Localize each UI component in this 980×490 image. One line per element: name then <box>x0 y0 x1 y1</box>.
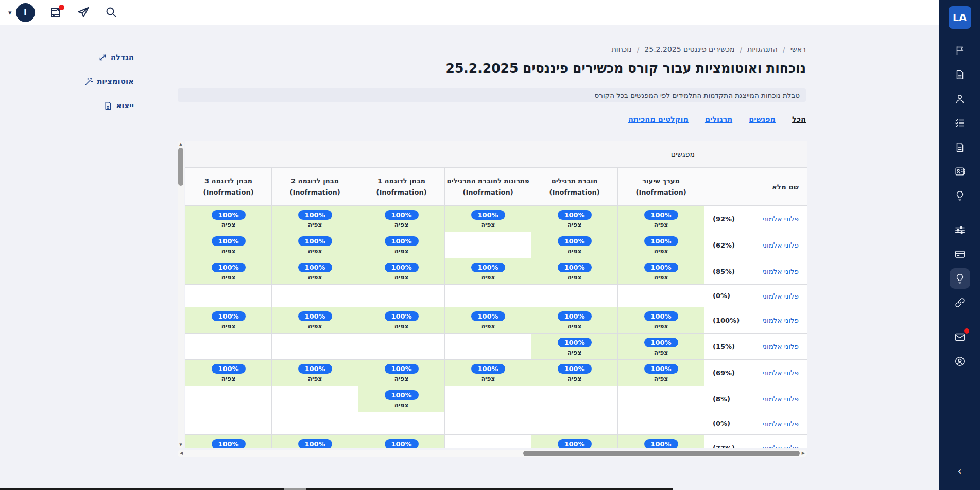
progress-pill-button[interactable]: 100% <box>298 364 332 374</box>
progress-pill-button[interactable]: 100% <box>212 364 246 374</box>
id-card-icon[interactable] <box>950 161 970 182</box>
progress-pill-button[interactable]: 100% <box>298 262 332 272</box>
view-link[interactable]: צפיה <box>618 375 704 382</box>
progress-pill-button[interactable]: 100% <box>471 311 505 321</box>
automations-button[interactable]: אוטומציות <box>84 77 134 86</box>
progress-pill-button[interactable]: 100% <box>644 236 678 246</box>
student-link[interactable]: פלוני אלמוני <box>763 292 799 300</box>
view-link[interactable]: צפיה <box>531 349 617 356</box>
progress-pill-button[interactable]: 100% <box>471 262 505 272</box>
student-link[interactable]: פלוני אלמוני <box>763 316 799 324</box>
scroll-down-arrow[interactable]: ▼ <box>178 443 184 447</box>
view-link[interactable]: צפיה <box>531 248 617 255</box>
progress-pill-button[interactable]: 100% <box>558 364 592 374</box>
view-link[interactable]: צפיה <box>185 274 271 281</box>
app-logo[interactable]: LA <box>949 6 971 29</box>
progress-pill-button[interactable]: 100% <box>471 210 505 220</box>
mail-icon[interactable] <box>950 327 970 347</box>
view-link[interactable]: צפיה <box>618 274 704 281</box>
view-link[interactable]: צפיה <box>272 221 358 229</box>
credit-card-icon[interactable] <box>950 244 970 265</box>
progress-pill-button[interactable]: 100% <box>644 364 678 374</box>
scroll-right-arrow[interactable]: ▶ <box>802 451 805 456</box>
chat-icon[interactable] <box>48 6 63 19</box>
progress-pill-button[interactable]: 100% <box>385 236 419 246</box>
view-link[interactable]: צפיה <box>185 323 271 330</box>
student-link[interactable]: פלוני אלמוני <box>763 342 799 351</box>
progress-pill-button[interactable]: 100% <box>558 338 592 347</box>
lightbulb-icon-active[interactable] <box>950 268 970 289</box>
progress-pill-button[interactable]: 100% <box>558 236 592 246</box>
student-link[interactable]: פלוני אלמוני <box>763 241 799 249</box>
progress-pill-button[interactable]: 100% <box>212 210 246 220</box>
checklist-icon[interactable] <box>950 113 970 133</box>
progress-pill-button[interactable]: 100% <box>644 439 678 449</box>
view-link[interactable]: צפיה <box>272 274 358 281</box>
view-link[interactable]: צפיה <box>358 401 444 409</box>
progress-pill-button[interactable]: 100% <box>385 311 419 321</box>
progress-pill-button[interactable]: 100% <box>644 262 678 272</box>
vertical-scroll-thumb[interactable] <box>178 148 183 186</box>
progress-pill-button[interactable]: 100% <box>558 311 592 321</box>
progress-pill-button[interactable]: 100% <box>644 338 678 347</box>
filter-sessions[interactable]: מפגשים <box>749 115 776 124</box>
view-link[interactable]: צפיה <box>445 375 531 382</box>
student-link[interactable]: פלוני אלמוני <box>763 215 799 223</box>
view-link[interactable]: צפיה <box>272 323 358 330</box>
progress-pill-button[interactable]: 100% <box>471 364 505 374</box>
view-link[interactable]: צפיה <box>358 248 444 255</box>
view-link[interactable]: צפיה <box>618 349 704 356</box>
progress-pill-button[interactable]: 100% <box>558 210 592 220</box>
student-link[interactable]: פלוני אלמוני <box>763 267 799 275</box>
flag-icon[interactable] <box>950 40 970 61</box>
progress-pill-button[interactable]: 100% <box>558 439 592 449</box>
progress-pill-button[interactable]: 100% <box>385 210 419 220</box>
view-link[interactable]: צפיה <box>272 248 358 255</box>
view-link[interactable]: צפיה <box>531 375 617 382</box>
view-link[interactable]: צפיה <box>445 274 531 281</box>
view-link[interactable]: צפיה <box>272 375 358 382</box>
progress-pill-button[interactable]: 100% <box>298 439 332 449</box>
progress-pill-button[interactable]: 100% <box>385 439 419 449</box>
progress-pill-button[interactable]: 100% <box>385 390 419 400</box>
progress-pill-button[interactable]: 100% <box>298 236 332 246</box>
breadcrumb-item-behaviors[interactable]: התנהגויות <box>747 45 778 54</box>
view-link[interactable]: צפיה <box>531 274 617 281</box>
scroll-left-arrow[interactable]: ◀ <box>180 451 183 456</box>
link-icon[interactable] <box>950 292 970 313</box>
progress-pill-button[interactable]: 100% <box>212 311 246 321</box>
vertical-scrollbar[interactable]: ▲ ▼ <box>178 141 184 448</box>
progress-pill-button[interactable]: 100% <box>385 262 419 272</box>
user-circle-icon[interactable] <box>950 351 970 372</box>
document-icon[interactable] <box>950 64 970 85</box>
breadcrumb-item-course[interactable]: מכשירים פיננסים 25.2.2025 <box>644 45 734 54</box>
view-link[interactable]: צפיה <box>531 221 617 229</box>
student-link[interactable]: פלוני אלמוני <box>763 395 799 403</box>
chevron-left-icon[interactable]: ‹ <box>958 465 962 477</box>
breadcrumb-item-home[interactable]: ראשי <box>790 45 806 54</box>
enlarge-button[interactable]: הגדלה <box>98 52 134 62</box>
progress-pill-button[interactable]: 100% <box>298 311 332 321</box>
view-link[interactable]: צפיה <box>358 375 444 382</box>
horizontal-scroll-thumb[interactable] <box>523 451 800 456</box>
view-link[interactable]: צפיה <box>358 221 444 229</box>
search-icon[interactable] <box>104 6 118 19</box>
avatar[interactable]: I <box>16 3 35 22</box>
progress-pill-button[interactable]: 100% <box>298 210 332 220</box>
filter-all[interactable]: הכל <box>792 115 806 124</box>
progress-pill-button[interactable]: 100% <box>644 311 678 321</box>
view-link[interactable]: צפיה <box>445 221 531 229</box>
progress-pill-button[interactable]: 100% <box>212 262 246 272</box>
view-link[interactable]: צפיה <box>531 323 617 330</box>
caret-down-icon[interactable]: ▾ <box>8 9 12 16</box>
view-link[interactable]: צפיה <box>185 375 271 382</box>
horizontal-scrollbar[interactable]: ◀ ▶ <box>178 450 807 457</box>
user-icon[interactable] <box>950 89 970 109</box>
filter-recorded[interactable]: מוקלטים מהכיתה <box>628 115 689 124</box>
view-link[interactable]: צפיה <box>618 248 704 255</box>
progress-pill-button[interactable]: 100% <box>212 439 246 449</box>
view-link[interactable]: צפיה <box>185 221 271 229</box>
export-button[interactable]: ייצוא <box>104 101 134 110</box>
breadcrumb-item-attendance[interactable]: נוכחות <box>612 45 632 54</box>
sliders-icon[interactable] <box>950 220 970 240</box>
